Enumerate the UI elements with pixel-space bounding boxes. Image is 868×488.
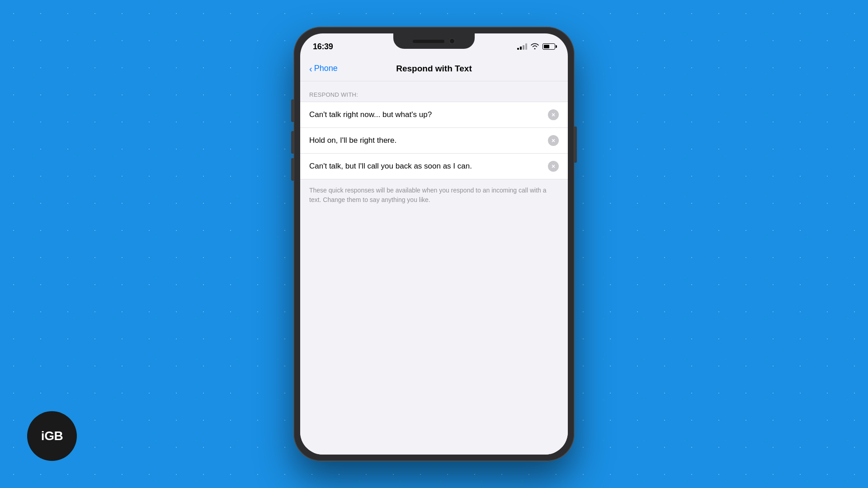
- list-item-text-3[interactable]: Can't talk, but I'll call you back as so…: [309, 162, 548, 171]
- back-button[interactable]: ‹ Phone: [309, 64, 338, 73]
- response-list: Can't talk right now... but what's up? ×…: [300, 102, 568, 179]
- signal-icon: [517, 43, 527, 50]
- back-label: Phone: [314, 64, 338, 73]
- status-icons: [517, 43, 555, 51]
- nav-bar: ‹ Phone Respond with Text: [300, 56, 568, 81]
- wifi-icon: [531, 43, 539, 51]
- delete-button-3[interactable]: ×: [548, 161, 559, 172]
- content-area: RESPOND WITH: Can't talk right now... bu…: [300, 81, 568, 455]
- phone-notch: [393, 33, 475, 49]
- list-item: Hold on, I'll be right there. ×: [300, 128, 568, 154]
- notch-camera: [449, 38, 455, 44]
- list-item: Can't talk, but I'll call you back as so…: [300, 154, 568, 179]
- phone-frame: 16:39: [294, 27, 574, 461]
- back-chevron-icon: ‹: [309, 64, 312, 73]
- delete-button-1[interactable]: ×: [548, 109, 559, 120]
- delete-icon-1: ×: [552, 112, 555, 118]
- phone-screen: 16:39: [300, 33, 568, 455]
- battery-icon: [542, 43, 555, 50]
- list-item-text-1[interactable]: Can't talk right now... but what's up?: [309, 110, 548, 119]
- status-time: 16:39: [313, 42, 333, 52]
- list-item: Can't talk right now... but what's up? ×: [300, 102, 568, 128]
- footer-note: These quick responses will be available …: [300, 179, 568, 214]
- list-item-text-2[interactable]: Hold on, I'll be right there.: [309, 136, 548, 145]
- phone-wrapper: 16:39: [294, 27, 574, 461]
- igb-logo: iGB: [27, 411, 77, 461]
- notch-speaker: [413, 40, 444, 43]
- igb-logo-text: iGB: [41, 429, 63, 443]
- delete-button-2[interactable]: ×: [548, 135, 559, 146]
- delete-icon-3: ×: [552, 163, 555, 169]
- section-header: RESPOND WITH:: [300, 81, 568, 102]
- page-title: Respond with Text: [396, 64, 472, 74]
- delete-icon-2: ×: [552, 137, 555, 144]
